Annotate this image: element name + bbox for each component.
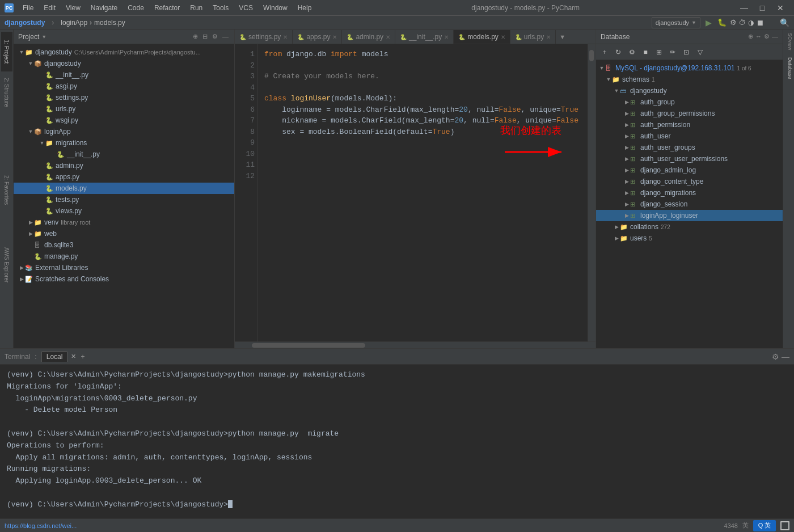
tab-close-apps[interactable]: ✕ — [332, 34, 337, 40]
tab-settings[interactable]: 🐍 settings.py ✕ — [235, 30, 293, 44]
db-btn-filter[interactable]: ▽ — [694, 46, 706, 58]
db-sync-icon[interactable]: ↔ — [755, 33, 762, 40]
minimize-button[interactable]: — — [735, 2, 753, 14]
maximize-button[interactable]: □ — [753, 2, 771, 14]
search-everywhere-icon[interactable]: 🔍 — [780, 18, 789, 27]
tab-apps[interactable]: 🐍 apps.py ✕ — [293, 30, 342, 44]
menu-code[interactable]: Code — [123, 3, 149, 13]
tab-urls[interactable]: 🐍 urls.py ✕ — [510, 30, 556, 44]
db-django-migrations[interactable]: ▶ ⊞ django_migrations — [596, 187, 783, 199]
db-btn-view[interactable]: ⊡ — [680, 46, 692, 58]
project-name[interactable]: djangostudy — [5, 19, 45, 27]
project-panel-dropdown-icon[interactable]: ▼ — [41, 34, 47, 40]
tree-venv[interactable]: ▶ 📁 venv library root — [14, 217, 234, 228]
stop-button[interactable]: ⏹ — [756, 18, 764, 27]
tree-m-init-py[interactable]: 🐍 __init__.py — [14, 149, 234, 160]
db-add-icon[interactable]: ⊕ — [748, 33, 753, 40]
db-auth-group-permissions[interactable]: ▶ ⊞ auth_group_permissions — [596, 108, 783, 119]
db-django-session[interactable]: ▶ ⊞ django_session — [596, 199, 783, 210]
tree-wsgi-py[interactable]: 🐍 wsgi.py — [14, 115, 234, 126]
tree-root[interactable]: ▼ 📁 djangostudy C:\Users\Admin\PycharmPr… — [14, 47, 234, 58]
layout-toggle[interactable] — [780, 521, 789, 530]
tab-models[interactable]: 🐍 models.py ✕ — [454, 30, 510, 44]
terminal-minimize-icon[interactable]: — — [782, 352, 789, 361]
db-btn-edit[interactable]: ✏ — [666, 46, 679, 58]
db-schemas[interactable]: ▼ 📁 schemas 1 — [596, 74, 783, 85]
tree-models-py[interactable]: 🐍 models.py — [14, 183, 234, 194]
tree-apps-py[interactable]: 🐍 apps.py — [14, 171, 234, 183]
sidebar-item-explorer[interactable]: AWS Explorer — [1, 245, 12, 285]
terminal-add-tab-button[interactable]: + — [78, 353, 87, 361]
menu-window[interactable]: Window — [259, 3, 292, 13]
menu-file[interactable]: File — [18, 3, 38, 13]
db-loginapp-loginuser[interactable]: ▶ ⊞ loginApp_loginuser — [596, 210, 783, 221]
menu-help[interactable]: Help — [293, 3, 316, 13]
menu-view[interactable]: View — [61, 3, 85, 13]
run-config-selector[interactable]: djangostudy ▼ — [652, 17, 700, 28]
editor-scrollbar[interactable] — [588, 44, 596, 341]
more-tabs-button[interactable]: ▼ — [556, 33, 569, 40]
tab-close-settings[interactable]: ✕ — [283, 34, 288, 40]
tree-admin-py[interactable]: 🐍 admin.py — [14, 160, 234, 171]
menu-refactor[interactable]: Refactor — [150, 3, 184, 13]
tree-web[interactable]: ▶ 📁 web — [14, 228, 234, 239]
terminal-settings-icon[interactable]: ⚙ — [772, 352, 779, 361]
db-auth-user-groups[interactable]: ▶ ⊞ auth_user_groups — [596, 142, 783, 153]
db-btn-refresh[interactable]: ↻ — [612, 46, 624, 58]
tab-close-models[interactable]: ✕ — [501, 34, 505, 40]
h-scrollbar-thumb[interactable] — [252, 343, 365, 348]
profile-button[interactable]: ⏱ — [739, 19, 746, 27]
tree-scratches[interactable]: ▶ 📝 Scratches and Consoles — [14, 273, 234, 285]
tree-db-sqlite3[interactable]: 🗄 db.sqlite3 — [14, 239, 234, 251]
tree-urls-py[interactable]: 🐍 urls.py — [14, 103, 234, 115]
coverage-button[interactable]: ◑ — [748, 19, 754, 27]
terminal-local-tab[interactable]: Local — [41, 351, 68, 362]
tree-djangostudy-pkg[interactable]: ▼ 📦 djangostudy — [14, 58, 234, 69]
tab-close-urls[interactable]: ✕ — [546, 34, 551, 40]
tree-init-py[interactable]: 🐍 __init__.py — [14, 69, 234, 81]
tree-ext-libs[interactable]: ▶ 📚 External Libraries — [14, 262, 234, 273]
locate-file-button[interactable]: ⊕ — [192, 32, 199, 41]
db-settings-icon[interactable]: ⚙ — [764, 33, 770, 40]
terminal-content[interactable]: (venv) C:\Users\Admin\PycharmProjects\dj… — [0, 365, 794, 518]
collapse-all-button[interactable]: ⊟ — [201, 32, 209, 41]
menu-vcs[interactable]: VCS — [234, 3, 257, 13]
breadcrumb-loginapp[interactable]: loginApp — [61, 19, 87, 27]
db-btn-grid[interactable]: ⊞ — [653, 46, 665, 58]
tree-settings-py[interactable]: 🐍 settings.py — [14, 92, 234, 103]
right-icon-database[interactable]: Database — [783, 54, 794, 83]
tree-loginapp[interactable]: ▼ 📦 loginApp — [14, 126, 234, 137]
tab-init[interactable]: 🐍 __init__.py ✕ — [395, 30, 454, 44]
statusbar-url[interactable]: https://blog.csdn.net/wei... — [5, 522, 77, 529]
db-minimize-icon[interactable]: — — [772, 33, 778, 40]
tree-tests-py[interactable]: 🐍 tests.py — [14, 194, 234, 205]
tab-close-admin[interactable]: ✕ — [386, 34, 390, 40]
tree-asgi-py[interactable]: 🐍 asgi.py — [14, 81, 234, 92]
close-button[interactable]: ✕ — [771, 2, 789, 14]
breadcrumb-models[interactable]: models.py — [94, 19, 125, 27]
db-djangostudy-schema[interactable]: ▼ 🗃 djangostudy — [596, 85, 783, 96]
build-button[interactable]: ⚙ — [730, 18, 737, 27]
db-btn-config[interactable]: ⚙ — [626, 46, 638, 58]
debug-button[interactable]: 🐛 — [716, 17, 728, 28]
db-collations[interactable]: ▶ 📁 collations 272 — [596, 221, 783, 233]
tab-admin[interactable]: 🐍 admin.py ✕ — [342, 30, 395, 44]
menu-tools[interactable]: Tools — [208, 3, 233, 13]
db-mysql-root[interactable]: ▼ 🗄 MySQL - djangostudy@192.168.31.101 1… — [596, 62, 783, 74]
db-django-admin-log[interactable]: ▶ ⊞ django_admin_log — [596, 164, 783, 176]
sidebar-item-structure[interactable]: 2: Structure — [1, 73, 12, 112]
menu-navigate[interactable]: Navigate — [86, 3, 122, 13]
tree-migrations[interactable]: ▼ 📁 migrations — [14, 137, 234, 149]
sidebar-item-project[interactable]: 1: Project — [1, 32, 12, 71]
db-btn-stop[interactable]: ■ — [639, 46, 652, 58]
db-btn-add[interactable]: + — [598, 46, 611, 58]
editor-horizontal-scrollbar[interactable] — [235, 341, 596, 348]
db-users[interactable]: ▶ 📁 users 5 — [596, 233, 783, 244]
db-auth-permission[interactable]: ▶ ⊞ auth_permission — [596, 119, 783, 130]
minimize-panel-button[interactable]: — — [221, 32, 230, 41]
scrollbar-thumb[interactable] — [589, 50, 594, 61]
sidebar-item-favorites[interactable]: 2: Favorites — [1, 170, 12, 210]
menu-edit[interactable]: Edit — [39, 3, 60, 13]
db-auth-group[interactable]: ▶ ⊞ auth_group — [596, 96, 783, 108]
tab-close-init[interactable]: ✕ — [444, 34, 449, 40]
